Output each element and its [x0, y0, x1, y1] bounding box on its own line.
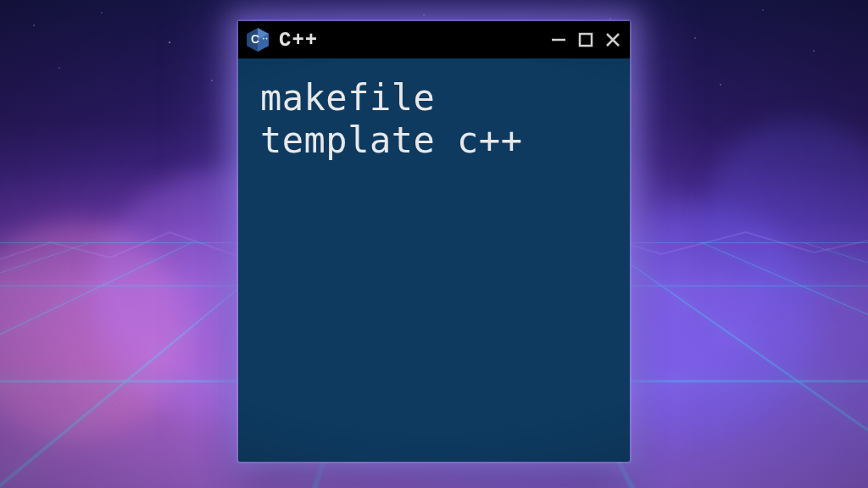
svg-text:+: + — [262, 36, 264, 41]
close-button[interactable] — [604, 31, 621, 48]
svg-text:C: C — [251, 33, 259, 46]
minimize-button[interactable] — [550, 31, 567, 48]
window-controls — [550, 31, 621, 48]
svg-text:+: + — [265, 36, 268, 41]
terminal-window: C + + C++ makefile template c++ — [238, 21, 630, 462]
window-title: C++ — [279, 29, 318, 52]
bokeh-circle — [0, 220, 186, 441]
cpp-logo-icon: C + + — [245, 27, 270, 53]
titlebar: C + + C++ — [238, 21, 630, 58]
terminal-content: makefile template c++ — [238, 58, 630, 181]
bokeh-circle — [707, 119, 868, 305]
maximize-button[interactable] — [577, 31, 594, 48]
svg-rect-7 — [580, 34, 592, 46]
